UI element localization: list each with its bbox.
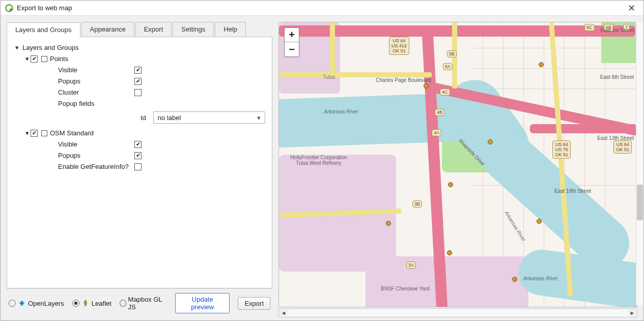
preview-panel: US 64 US 412 OK 51 US 64 US 75 OK 51 US … — [275, 16, 643, 320]
scroll-right-icon[interactable]: ► — [628, 310, 637, 316]
points-id-row: Id no label ▾ — [13, 111, 266, 124]
route-shield-1: US 64 US 412 OK 51 — [389, 37, 409, 55]
layer-points-checkbox[interactable] — [31, 55, 38, 63]
engine-openlayers-label: OpenLayers — [28, 300, 64, 307]
exit-5b: 5B — [447, 50, 457, 57]
scroll-left-icon[interactable]: ◄ — [279, 310, 288, 316]
data-point — [424, 83, 429, 89]
layers-tree-panel: ▾ Layers and Groups ▾ Points Visible Pop… — [7, 37, 272, 288]
label-e1st: East 1st Street — [600, 27, 634, 33]
points-popups-label: Popups — [58, 76, 134, 87]
vertical-scrollbar[interactable] — [636, 22, 643, 305]
zoom-out-button[interactable]: − — [285, 42, 299, 56]
radio-mapbox[interactable] — [120, 300, 126, 307]
label-hollyfrontier: HollyFrontier Corporation Tulsa West Ref… — [288, 155, 349, 166]
label-e13th: East 13th Street — [597, 135, 634, 141]
label-e6th: East 6th Street — [600, 74, 634, 80]
caret-down-icon[interactable]: ▾ — [23, 55, 31, 63]
route-shield-2: US 64 US 75 OK 51 — [552, 140, 571, 159]
dialog-content: Layers and Groups Appearance Export Sett… — [1, 16, 643, 320]
points-cluster-row: Cluster — [13, 87, 266, 98]
caret-down-icon[interactable]: ▾ — [23, 130, 31, 137]
layer-points-row[interactable]: ▾ Points — [13, 53, 266, 65]
scroll-track[interactable] — [288, 309, 628, 316]
exit-3b: 3B — [412, 200, 422, 208]
zoom-in-button[interactable]: + — [285, 28, 299, 42]
chevron-down-icon: ▾ — [257, 114, 261, 122]
scroll-thumb[interactable] — [637, 185, 643, 220]
radio-leaflet[interactable] — [72, 300, 79, 307]
titlebar: Export to web map ✕ — [1, 1, 643, 16]
engine-openlayers[interactable]: OpenLayers — [9, 299, 64, 307]
tree-root-label: Layers and Groups — [22, 42, 79, 53]
data-point — [512, 277, 517, 282]
data-point — [537, 219, 542, 224]
osm-popups-checkbox[interactable] — [134, 152, 142, 159]
tab-settings[interactable]: Settings — [173, 22, 214, 37]
exit-5a: 5A — [443, 63, 453, 70]
tree-root[interactable]: ▾ Layers and Groups — [13, 42, 266, 53]
engine-mapbox[interactable]: Mapbox GL JS — [120, 296, 167, 311]
tab-help[interactable]: Help — [215, 22, 246, 37]
exit-4b: 4B — [435, 109, 444, 116]
label-bnsf: BNSF Cherokee Yard — [381, 286, 430, 291]
exit-4a: 4A — [432, 129, 441, 136]
points-popups-checkbox[interactable] — [134, 78, 142, 85]
points-cluster-label: Cluster — [58, 87, 134, 98]
horizontal-scrollbar[interactable]: ◄ ► — [278, 308, 637, 317]
tab-bar: Layers and Groups Appearance Export Sett… — [7, 22, 272, 37]
label-charles-page: Charles Page Boulevard — [376, 77, 431, 83]
left-panel: Layers and Groups Appearance Export Sett… — [1, 16, 275, 320]
leaflet-icon — [81, 299, 90, 307]
layer-osm-checkbox[interactable] — [31, 130, 38, 137]
engine-bar: OpenLayers Leaflet Mapbox GL JS Update p… — [7, 288, 272, 317]
point-symbol-icon — [41, 56, 47, 62]
engine-leaflet[interactable]: Leaflet — [72, 299, 111, 307]
window-title: Export to web map — [17, 4, 625, 12]
points-id-value: no label — [158, 114, 181, 122]
exit-6c: 6C — [584, 24, 595, 31]
engine-mapbox-label: Mapbox GL JS — [128, 296, 167, 311]
osm-popups-label: Popups — [58, 150, 134, 161]
label-arkansas-river-1: Arkansas River — [324, 109, 358, 114]
tab-layers-and-groups[interactable]: Layers and Groups — [7, 22, 80, 37]
tab-appearance[interactable]: Appearance — [81, 22, 134, 37]
zoom-control: + − — [284, 27, 299, 57]
layer-osm-label: OSM Standard — [50, 128, 94, 139]
close-icon[interactable]: ✕ — [625, 3, 638, 14]
osm-gfi-row: Enable GetFeatureInfo? — [13, 161, 266, 172]
exit-4c: 4C — [440, 89, 450, 96]
export-button[interactable]: Export — [238, 297, 270, 310]
layer-points-label: Points — [50, 53, 68, 65]
map-preview[interactable]: US 64 US 412 OK 51 US 64 US 75 OK 51 US … — [278, 22, 637, 307]
points-id-label: Id — [105, 114, 146, 122]
points-visible-checkbox[interactable] — [134, 67, 142, 74]
osm-visible-checkbox[interactable] — [134, 141, 142, 148]
label-e18th: East 18th Street — [554, 188, 591, 194]
engine-leaflet-label: Leaflet — [92, 300, 111, 307]
points-cluster-checkbox[interactable] — [134, 89, 142, 96]
tab-export[interactable]: Export — [135, 22, 172, 37]
points-popups-row: Popups — [13, 76, 266, 87]
svg-rect-1 — [10, 8, 12, 11]
radio-openlayers[interactable] — [9, 300, 16, 307]
points-visible-row: Visible — [13, 65, 266, 76]
points-popup-fields-row: Popup fields — [13, 98, 266, 109]
layer-osm-row[interactable]: ▾ OSM Standard — [13, 128, 266, 139]
osm-visible-row: Visible — [13, 139, 266, 150]
data-point — [448, 182, 453, 187]
data-point — [447, 250, 452, 255]
data-point — [488, 139, 493, 144]
osm-visible-label: Visible — [58, 139, 134, 150]
data-point — [386, 221, 391, 226]
label-tulsa: Tulsa — [323, 74, 335, 80]
raster-symbol-icon — [41, 130, 47, 136]
update-preview-button[interactable]: Update preview — [175, 293, 230, 313]
data-point — [539, 62, 544, 67]
points-id-dropdown[interactable]: no label ▾ — [153, 111, 265, 124]
points-visible-label: Visible — [58, 65, 134, 76]
label-arkansas-river-3: Arkansas River — [523, 276, 558, 281]
caret-down-icon[interactable]: ▾ — [13, 44, 20, 51]
osm-gfi-checkbox[interactable] — [134, 163, 142, 170]
route-shield-3: US 64 OK 51 — [613, 140, 632, 154]
